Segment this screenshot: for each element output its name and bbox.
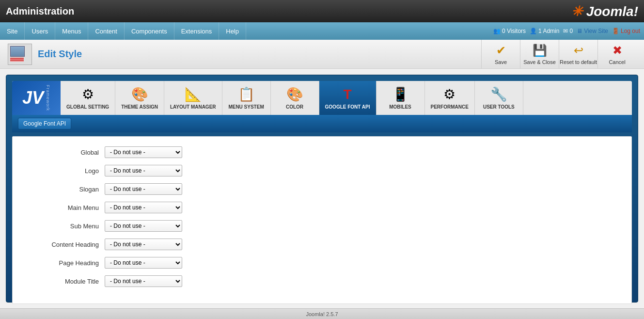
cancel-button[interactable]: ✖ Cancel <box>597 40 636 69</box>
theme-assign-icon: 🎨 <box>131 86 148 102</box>
form-row-main-menu: Main Menu - Do not use - <box>27 202 617 213</box>
nav-item-help[interactable]: Help <box>219 22 246 40</box>
disk-icon: 💾 <box>533 44 547 57</box>
form-row-content-heading: Content Heading - Do not use - <box>27 239 617 250</box>
tab-theme-assign[interactable]: 🎨 THEME ASSIGN <box>115 81 164 115</box>
save-close-button[interactable]: 💾 Save & Close <box>520 40 559 69</box>
footer: Joomla! 2.5.7 <box>0 308 644 319</box>
tab-bar: JV Framework ⚙ GLOBAL SETTING 🎨 THEME AS… <box>12 81 632 115</box>
nav-item-users[interactable]: Users <box>25 22 55 40</box>
app-title: Administration <box>6 6 74 17</box>
google-font-api-button[interactable]: Google Font API <box>18 118 71 129</box>
tab-performance[interactable]: ⚙ PERFORMANCE <box>425 81 475 115</box>
layout-manager-icon: 📐 <box>185 86 202 102</box>
joomla-logo: ✳ Joomla! <box>571 3 638 19</box>
user-tools-icon: 🔧 <box>490 86 507 102</box>
select-page-heading[interactable]: - Do not use - <box>105 257 182 269</box>
form-row-module-title: Module Title - Do not use - <box>27 275 617 287</box>
tab-global-setting[interactable]: ⚙ GLOBAL SETTING <box>61 81 115 115</box>
visitors-count: 👥 0 Visitors <box>493 28 526 34</box>
tab-google-font-api[interactable]: T GOOGLE FONT API <box>319 81 377 115</box>
select-sub-menu[interactable]: - Do not use - <box>105 220 182 232</box>
messages-icon: ✉ <box>563 28 568 34</box>
nav-bar: Site Users Menus Content Components Exte… <box>0 22 644 40</box>
label-global: Global <box>27 149 105 156</box>
save-icon: ✔ <box>496 44 506 57</box>
nav-right: 👥 0 Visitors 👤 1 Admin ✉ 0 🖥 View Site 🚪… <box>489 22 644 40</box>
tab-mobiles[interactable]: 📱 MOBILES <box>377 81 425 115</box>
label-module-title: Module Title <box>27 278 105 285</box>
logout-link[interactable]: 🚪 Log out <box>612 28 640 34</box>
select-module-title[interactable]: - Do not use - <box>105 275 182 287</box>
select-slogan[interactable]: - Do not use - <box>105 183 182 195</box>
form-area: Global - Do not use - Logo - Do not use … <box>12 136 632 304</box>
label-sub-menu: Sub Menu <box>27 223 105 230</box>
jv-logo: JV Framework <box>12 81 61 115</box>
nav-item-extensions[interactable]: Extensions <box>174 22 220 40</box>
save-button[interactable]: ✔ Save <box>481 40 520 69</box>
mobiles-icon: 📱 <box>392 86 409 102</box>
tab-color[interactable]: 🎨 COLOR <box>271 81 319 115</box>
form-row-logo: Logo - Do not use - <box>27 165 617 176</box>
color-icon: 🎨 <box>286 86 303 102</box>
view-site-link[interactable]: 🖥 View Site <box>577 28 608 34</box>
reset-icon: ↩ <box>574 44 583 57</box>
tab-layout-manager[interactable]: 📐 LAYOUT MANAGER <box>164 81 222 115</box>
nav-item-site[interactable]: Site <box>0 22 25 40</box>
reset-button[interactable]: ↩ Reset to default <box>559 40 597 69</box>
tab-user-tools[interactable]: 🔧 USER TOOLS <box>475 81 523 115</box>
label-slogan: Slogan <box>27 186 105 193</box>
select-content-heading[interactable]: - Do not use - <box>105 239 182 250</box>
page-title: Edit Style <box>38 48 481 60</box>
form-row-slogan: Slogan - Do not use - <box>27 183 617 195</box>
google-font-icon: T <box>343 87 351 102</box>
footer-label: Joomla! 2.5.7 <box>306 311 338 317</box>
select-global[interactable]: - Do not use - <box>105 146 182 158</box>
admin-icon: 👤 <box>530 28 537 34</box>
sub-header: Google Font API <box>12 115 632 132</box>
content-area: JV Framework ⚙ GLOBAL SETTING 🎨 THEME AS… <box>0 69 644 308</box>
performance-icon: ⚙ <box>443 86 456 102</box>
visitors-icon: 👥 <box>493 28 501 34</box>
messages-count: ✉ 0 <box>563 28 573 34</box>
form-row-global: Global - Do not use - <box>27 146 617 158</box>
page-icon <box>8 44 32 65</box>
select-main-menu[interactable]: - Do not use - <box>105 202 182 213</box>
label-content-heading: Content Heading <box>27 241 105 248</box>
toolbar: Edit Style ✔ Save 💾 Save & Close ↩ Reset… <box>0 40 644 69</box>
global-setting-icon: ⚙ <box>82 86 94 102</box>
top-bar: Administration ✳ Joomla! <box>0 0 644 22</box>
nav-item-content[interactable]: Content <box>88 22 125 40</box>
nav-item-menus[interactable]: Menus <box>55 22 88 40</box>
main-panel: JV Framework ⚙ GLOBAL SETTING 🎨 THEME AS… <box>6 75 638 303</box>
select-logo[interactable]: - Do not use - <box>105 165 182 176</box>
form-row-page-heading: Page Heading - Do not use - <box>27 257 617 269</box>
label-page-heading: Page Heading <box>27 259 105 267</box>
framework-text: Framework <box>46 85 50 111</box>
nav-item-components[interactable]: Components <box>125 22 174 40</box>
cancel-icon: ✖ <box>613 44 622 57</box>
jv-text: JV <box>22 89 44 107</box>
nav-left: Site Users Menus Content Components Exte… <box>0 22 246 40</box>
tab-menu-system[interactable]: 📋 MENU SYSTEM <box>222 81 271 115</box>
label-main-menu: Main Menu <box>27 204 105 211</box>
menu-system-icon: 📋 <box>238 86 255 102</box>
admin-count: 👤 1 Admin <box>530 28 559 34</box>
form-row-sub-menu: Sub Menu - Do not use - <box>27 220 617 232</box>
label-logo: Logo <box>27 167 105 175</box>
